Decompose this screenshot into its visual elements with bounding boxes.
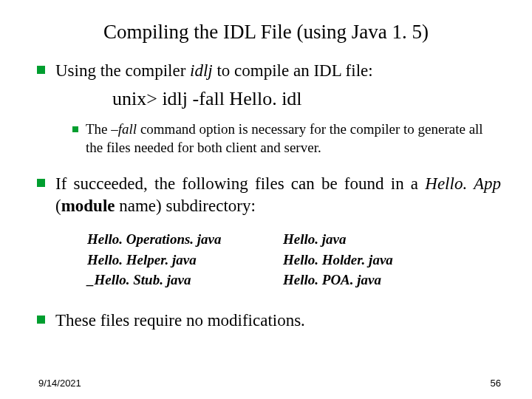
fall-option: –fall [111,121,137,137]
text: If succeeded, the following files can be… [55,174,425,193]
file-name: Hello. Operations. java [87,229,283,250]
text: Using the compiler [55,61,190,80]
file-name: Hello. POA. java [283,270,393,290]
command-text: idlj -fall Hello. idl [157,88,302,109]
sub-bullet-1: The –fall command option is necessary fo… [72,120,501,157]
bullet-1-text: Using the compiler idlj to compile an ID… [55,60,373,82]
footer-page: 56 [491,378,501,389]
footer-date: 9/14/2021 [38,378,81,389]
square-bullet-icon [37,316,45,324]
text: name) subdirectory: [115,197,256,215]
helloapp-word: Hello. App [425,174,501,193]
bullet-3-text: These files require no modifications. [55,310,305,332]
footer: 9/14/2021 56 [38,378,501,389]
bullet-2: If succeeded, the following files can be… [37,173,501,217]
text: ( [55,197,61,215]
slide-title: Compiling the IDL File (using Java 1. 5) [31,21,501,44]
files-col-right: Hello. java Hello. Holder. java Hello. P… [283,229,393,290]
server-word: server [284,140,318,155]
square-bullet-icon [37,66,45,74]
text: to compile an IDL file: [213,61,373,80]
file-name: Hello. java [283,229,393,250]
prompt: unix> [112,88,157,109]
text: the files needed for both [86,140,225,155]
all-word: all [469,121,483,137]
module-word: module [61,197,115,215]
square-bullet-icon [72,126,78,132]
files-col-left: Hello. Operations. java Hello. Helper. j… [87,229,283,290]
text: . [318,140,321,155]
file-name: Hello. Holder. java [283,250,393,270]
text: command option is necessary for the comp… [137,121,469,137]
sub-bullet-1-text: The –fall command option is necessary fo… [86,120,501,157]
text: and [257,140,284,155]
bullet-1: Using the compiler idlj to compile an ID… [37,60,501,82]
bullet-3: These files require no modifications. [37,310,501,332]
text: The [86,121,111,137]
slide: Compiling the IDL File (using Java 1. 5)… [0,0,532,399]
command-line: unix> idlj -fall Hello. idl [112,88,501,110]
file-name: _Hello. Stub. java [87,270,283,290]
square-bullet-icon [37,179,45,187]
idlj-word: idlj [190,61,213,80]
files-block: Hello. Operations. java Hello. Helper. j… [87,229,501,290]
client-word: client [225,140,256,155]
bullet-2-text: If succeeded, the following files can be… [55,173,501,217]
file-name: Hello. Helper. java [87,250,283,270]
